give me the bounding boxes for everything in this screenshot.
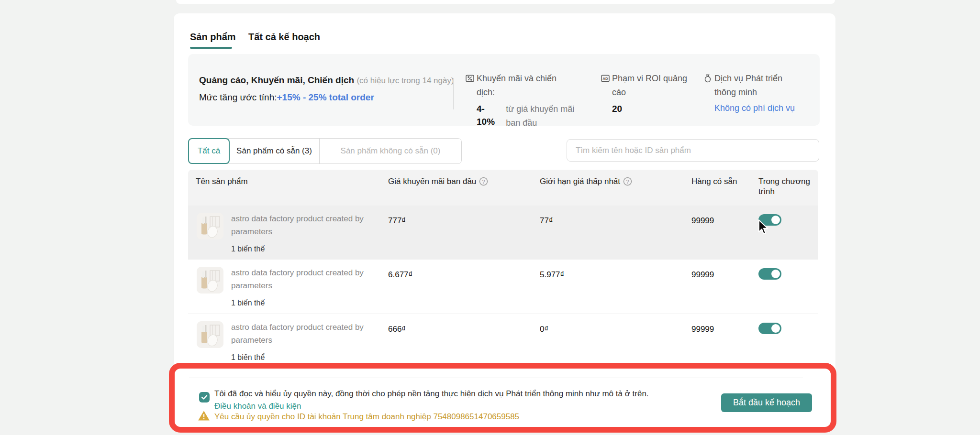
table-header: Tên sản phẩm Giá khuyến mãi ban đầu? Giớ… bbox=[188, 170, 818, 206]
previous-card-bottom-edge bbox=[176, 0, 835, 4]
in-program-toggle[interactable] bbox=[758, 268, 781, 280]
stock-cell: 99999 bbox=[691, 216, 714, 226]
help-icon[interactable]: ? bbox=[479, 177, 488, 188]
product-row: astro data factory product created by pa… bbox=[188, 314, 818, 368]
banner-col-title: Khuyến mãi và chiến dịch: bbox=[477, 72, 572, 99]
header-product-name: Tên sản phẩm bbox=[196, 176, 248, 186]
main-card: Sản phẩm Tất cả kế hoạch Quảng cáo, Khuy… bbox=[174, 13, 835, 430]
check-icon bbox=[201, 394, 208, 400]
in-program-toggle[interactable] bbox=[758, 214, 781, 226]
terms-link[interactable]: Điều khoản và điều kiện bbox=[214, 402, 301, 411]
header-floor-price: Giới hạn giá thấp nhất? bbox=[540, 176, 632, 188]
header-promo-price: Giá khuyến mãi ban đầu? bbox=[388, 176, 488, 188]
service-fee-link[interactable]: Không có phí dịch vụ bbox=[714, 103, 818, 113]
header-in-program: Trong chương trình bbox=[758, 176, 818, 196]
toggle-knob bbox=[771, 216, 780, 224]
coupon-icon bbox=[465, 74, 475, 85]
filter-available[interactable]: Sản phẩm có sẵn (3) bbox=[229, 139, 319, 163]
product-image bbox=[197, 213, 223, 239]
tab-products[interactable]: Sản phẩm bbox=[190, 32, 236, 43]
banner-validity-note: (có hiệu lực trong 14 ngày) bbox=[356, 76, 454, 85]
header-stock: Hàng có sẵn bbox=[691, 176, 737, 186]
floor-price-cell: 77₫ bbox=[540, 216, 553, 226]
ad-icon: AD bbox=[601, 74, 610, 85]
product-name: astro data factory product created by pa… bbox=[231, 321, 384, 347]
product-image bbox=[197, 267, 223, 294]
moneybag-icon bbox=[703, 74, 713, 85]
banner-col-roi: AD Phạm vi ROI quảng cáo 20 bbox=[601, 72, 687, 115]
svg-text:?: ? bbox=[626, 179, 629, 185]
warning-icon bbox=[198, 410, 210, 423]
estimate-label: Mức tăng ước tính: bbox=[199, 92, 277, 102]
filter-all[interactable]: Tất cả bbox=[188, 138, 230, 164]
active-tab-underline bbox=[190, 47, 232, 49]
banner-divider bbox=[453, 78, 454, 109]
product-row: astro data factory product created by pa… bbox=[188, 260, 818, 314]
banner-col-service: Dịch vụ Phát triển thông minh Không có p… bbox=[703, 72, 818, 113]
product-variants: 1 biến thể bbox=[231, 245, 265, 253]
promo-range-value: 4-10% bbox=[477, 102, 499, 130]
product-name: astro data factory product created by pa… bbox=[231, 266, 384, 292]
roi-value: 20 bbox=[612, 102, 687, 115]
promo-price-cell: 777₫ bbox=[388, 216, 406, 226]
product-filter-group: Tất cả Sản phẩm có sẵn (3) Sản phẩm khôn… bbox=[188, 138, 462, 164]
help-icon[interactable]: ? bbox=[623, 177, 632, 188]
tab-all-plans[interactable]: Tất cả kế hoạch bbox=[248, 32, 320, 43]
agreement-text: Tôi đã đọc và hiểu ủy quyền này, đồng th… bbox=[214, 389, 698, 399]
search-input[interactable] bbox=[567, 139, 819, 162]
estimate-value-link[interactable]: +15% - 25% total order bbox=[277, 92, 374, 102]
floor-price-cell: 5.977₫ bbox=[540, 270, 564, 280]
svg-text:?: ? bbox=[482, 179, 485, 185]
product-variants: 1 biến thể bbox=[231, 353, 265, 362]
promo-price-cell: 666₫ bbox=[388, 325, 406, 334]
promo-summary-banner: Quảng cáo, Khuyến mãi, Chiến dịch (có hi… bbox=[188, 54, 820, 126]
footer-divider bbox=[189, 378, 803, 378]
stock-cell: 99999 bbox=[691, 325, 714, 334]
warning-text: Yêu cầu ủy quyền cho ID tài khoản Trung … bbox=[214, 412, 519, 422]
floor-price-cell: 0₫ bbox=[540, 325, 548, 334]
filter-unavailable[interactable]: Sản phẩm không có sẵn (0) bbox=[319, 139, 461, 163]
banner-title-line: Quảng cáo, Khuyến mãi, Chiến dịch (có hi… bbox=[199, 75, 454, 86]
banner-col-title: Dịch vụ Phát triển thông minh bbox=[714, 72, 805, 99]
banner-title: Quảng cáo, Khuyến mãi, Chiến dịch bbox=[199, 75, 354, 85]
promo-price-cell: 6.677₫ bbox=[388, 270, 412, 280]
products-table: Tên sản phẩm Giá khuyến mãi ban đầu? Giớ… bbox=[188, 170, 818, 368]
toggle-knob bbox=[771, 270, 780, 278]
toggle-knob bbox=[771, 324, 780, 333]
in-program-toggle[interactable] bbox=[758, 323, 781, 334]
agreement-checkbox[interactable] bbox=[199, 392, 210, 402]
product-image bbox=[197, 321, 223, 348]
svg-text:AD: AD bbox=[602, 76, 608, 81]
banner-col-promo: Khuyến mãi và chiến dịch: 4-10% từ giá k… bbox=[465, 72, 577, 130]
page: Sản phẩm Tất cả kế hoạch Quảng cáo, Khuy… bbox=[0, 0, 980, 435]
promo-range-desc: từ giá khuyến mãi ban đầu bbox=[506, 102, 577, 130]
product-name: astro data factory product created by pa… bbox=[231, 212, 384, 238]
estimate-line: Mức tăng ước tính:+15% - 25% total order bbox=[199, 92, 374, 103]
product-row: astro data factory product created by pa… bbox=[188, 206, 818, 260]
start-plan-button[interactable]: Bắt đầu kế hoạch bbox=[721, 393, 812, 412]
stock-cell: 99999 bbox=[691, 270, 714, 280]
banner-col-title: Phạm vi ROI quảng cáo bbox=[612, 72, 689, 99]
product-variants: 1 biến thể bbox=[231, 299, 265, 307]
